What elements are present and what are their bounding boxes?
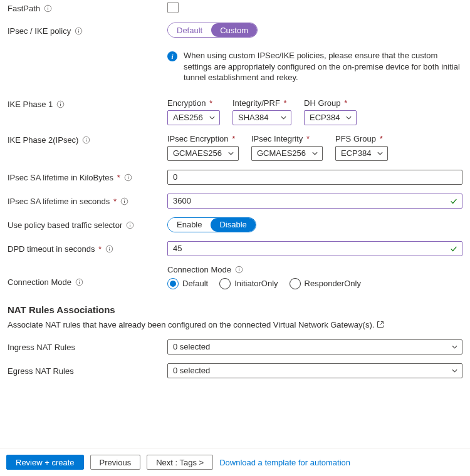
dpd-timeout-label: DPD timeout in seconds * xyxy=(8,244,102,254)
info-icon[interactable] xyxy=(44,4,52,13)
svg-rect-8 xyxy=(60,102,61,103)
svg-rect-26 xyxy=(79,280,80,281)
connection-mode-responder-radio[interactable]: ResponderOnly xyxy=(290,278,361,289)
connection-mode-responder-label: ResponderOnly xyxy=(305,279,361,288)
svg-rect-13 xyxy=(128,177,128,179)
svg-rect-7 xyxy=(60,103,61,105)
egress-nat-select[interactable]: 0 selected xyxy=(167,363,462,378)
connection-mode-initiator-radio[interactable]: InitiatorOnly xyxy=(219,278,278,289)
chevron-down-icon xyxy=(345,114,352,121)
connection-mode-field-label: Connection Mode xyxy=(167,265,231,274)
external-link-icon[interactable] xyxy=(377,321,384,328)
sa-lifetime-sec-label: IPsec SA lifetime in seconds * xyxy=(8,197,117,206)
chevron-down-icon xyxy=(227,150,234,157)
svg-rect-16 xyxy=(124,201,125,203)
nat-rules-subtext: Associate NAT rules that have already be… xyxy=(8,320,374,329)
info-icon[interactable] xyxy=(75,27,83,35)
radio-icon xyxy=(290,278,301,289)
wizard-footer: Review + create Previous Next : Tags > D… xyxy=(0,448,470,476)
svg-rect-11 xyxy=(86,138,86,138)
info-icon[interactable] xyxy=(75,278,83,286)
chevron-down-icon xyxy=(451,367,458,374)
sa-lifetime-kb-value: 0 xyxy=(173,172,177,182)
svg-rect-17 xyxy=(124,200,125,200)
connection-mode-initiator-label: InitiatorOnly xyxy=(234,279,278,288)
svg-rect-4 xyxy=(78,30,79,32)
ingress-nat-select[interactable]: 0 selected xyxy=(167,339,462,354)
ipsec-encryption-value: GCMAES256 xyxy=(173,148,222,158)
ipsec-policy-callout-text: When using custom IPSec/IKE policies, pl… xyxy=(184,50,462,83)
policy-selector-toggle[interactable]: Enable Disable xyxy=(167,217,256,232)
ipsec-encryption-label: IPsec Encryption * xyxy=(167,134,239,143)
svg-rect-10 xyxy=(86,139,86,141)
ipsec-ike-policy-label: IPsec / IKE policy xyxy=(8,26,71,36)
svg-rect-19 xyxy=(130,225,130,227)
chevron-down-icon xyxy=(280,114,287,121)
previous-button[interactable]: Previous xyxy=(90,455,141,470)
ike-phase2-label: IKE Phase 2(IPsec) xyxy=(8,135,78,145)
sa-lifetime-sec-input[interactable]: 3600 xyxy=(167,194,462,209)
svg-rect-23 xyxy=(109,247,110,248)
info-icon[interactable] xyxy=(124,173,132,182)
dpd-timeout-value: 45 xyxy=(173,244,182,253)
ipsec-integrity-value: GCMAES256 xyxy=(257,148,306,158)
svg-rect-5 xyxy=(78,29,79,29)
egress-nat-label: Egress NAT Rules xyxy=(8,366,74,376)
info-icon[interactable] xyxy=(120,197,128,205)
info-icon[interactable] xyxy=(56,100,65,108)
connection-mode-default-label: Default xyxy=(182,279,208,288)
ingress-nat-label: Ingress NAT Rules xyxy=(8,343,75,352)
ipsec-integrity-label: IPsec Integrity * xyxy=(251,134,323,143)
ipsec-policy-callout: i When using custom IPSec/IKE policies, … xyxy=(167,50,462,83)
dh-group-value: ECP384 xyxy=(310,113,340,122)
integrity-label: Integrity/PRF * xyxy=(232,98,291,108)
radio-icon xyxy=(167,278,179,289)
egress-nat-value: 0 selected xyxy=(173,366,210,375)
ipsec-policy-default-option[interactable]: Default xyxy=(168,23,211,37)
encryption-value: AES256 xyxy=(173,113,203,122)
dpd-timeout-input[interactable]: 45 xyxy=(167,241,462,256)
pfs-group-value: ECP384 xyxy=(341,148,371,158)
fastpath-checkbox[interactable] xyxy=(167,2,179,13)
sa-lifetime-kb-label: IPsec SA lifetime in KiloBytes * xyxy=(8,173,120,182)
dh-group-label: DH Group * xyxy=(304,98,357,108)
pfs-group-label: PFS Group * xyxy=(335,134,388,143)
ipsec-ike-policy-toggle[interactable]: Default Custom xyxy=(167,23,258,38)
download-template-link[interactable]: Download a template for automation xyxy=(219,458,350,467)
info-icon[interactable] xyxy=(235,266,243,274)
encryption-select[interactable]: AES256 xyxy=(167,110,220,125)
chevron-down-icon xyxy=(377,150,384,157)
dh-group-select[interactable]: ECP384 xyxy=(304,110,357,125)
info-icon[interactable] xyxy=(82,136,90,144)
sa-lifetime-sec-value: 3600 xyxy=(173,196,191,205)
svg-rect-29 xyxy=(239,267,239,268)
connection-mode-row-label: Connection Mode xyxy=(8,277,71,287)
chevron-down-icon xyxy=(209,114,216,121)
check-icon xyxy=(449,197,458,205)
policy-selector-enable[interactable]: Enable xyxy=(168,218,211,232)
info-icon[interactable] xyxy=(126,221,134,229)
integrity-select[interactable]: SHA384 xyxy=(232,110,291,125)
svg-rect-20 xyxy=(130,224,130,224)
ipsec-policy-custom-option[interactable]: Custom xyxy=(211,23,257,37)
svg-rect-1 xyxy=(48,8,48,9)
fastpath-label: FastPath xyxy=(8,4,40,13)
connection-mode-default-radio[interactable]: Default xyxy=(167,278,208,289)
svg-rect-25 xyxy=(79,281,80,283)
info-icon[interactable] xyxy=(105,245,113,253)
review-create-button[interactable]: Review + create xyxy=(6,455,84,470)
sa-lifetime-kb-input[interactable]: 0 xyxy=(167,170,462,185)
info-icon: i xyxy=(167,51,177,61)
ipsec-encryption-select[interactable]: GCMAES256 xyxy=(167,146,239,161)
policy-selector-label: Use policy based traffic selector xyxy=(8,220,122,230)
policy-selector-disable[interactable]: Disable xyxy=(211,218,255,232)
pfs-group-select[interactable]: ECP384 xyxy=(335,146,388,161)
chevron-down-icon xyxy=(311,150,318,157)
nat-rules-heading: NAT Rules Associations xyxy=(8,304,462,315)
integrity-value: SHA384 xyxy=(238,113,268,122)
ingress-nat-value: 0 selected xyxy=(173,342,210,351)
svg-rect-14 xyxy=(128,176,128,177)
next-button[interactable]: Next : Tags > xyxy=(147,455,213,470)
encryption-label: Encryption * xyxy=(167,98,220,108)
ipsec-integrity-select[interactable]: GCMAES256 xyxy=(251,146,323,161)
